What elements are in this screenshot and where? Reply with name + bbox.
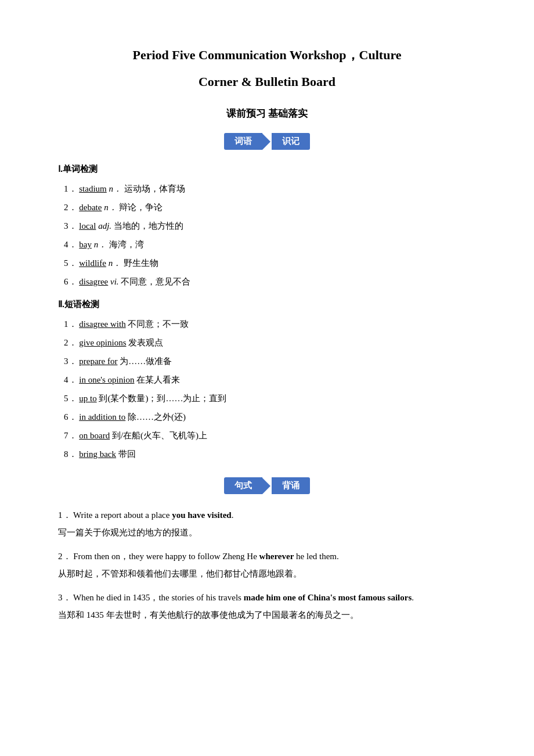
- cn-debate: 辩论，争论: [119, 203, 163, 212]
- sentence-num-3: 3．: [58, 593, 71, 602]
- sentence-bold-2: wherever: [259, 552, 294, 561]
- list-item: 7． on board 到/在船(火车、飞机等)上: [64, 429, 476, 442]
- sentence-cn-1: 写一篇关于你观光过的地方的报道。: [58, 525, 476, 541]
- sentence-text-3a: When he died in 1435，the stories of his …: [73, 593, 244, 602]
- badge-arrow: [262, 134, 270, 150]
- sentence-item-2: 2． From then on，they were happy to follo…: [58, 549, 476, 581]
- list-item: 5． wildlife n． 野生生物: [64, 256, 476, 270]
- list-item: 6． in addition to 除……之外(还): [64, 410, 476, 424]
- word-local: local: [79, 221, 96, 231]
- phrase-in-addition-to: in addition to: [79, 412, 125, 422]
- pos-debate: n．: [104, 203, 117, 212]
- sentence-en-3: 3． When he died in 1435，the stories of h…: [58, 591, 476, 606]
- item-num: 4．: [64, 375, 77, 384]
- sentence-num-2: 2．: [58, 552, 71, 561]
- sentence-item-1: 1． Write a report about a place you have…: [58, 508, 476, 540]
- list-item: 1． disagree with 不同意；不一致: [64, 317, 476, 331]
- cn-phrase-1: 不同意；不一致: [128, 319, 189, 329]
- pos-stadium: n．: [109, 184, 122, 193]
- sentence-cn-2: 从那时起，不管郑和领着他们去哪里，他们都甘心情愿地跟着。: [58, 567, 476, 582]
- item-num: 4．: [64, 240, 77, 249]
- sub-title: Corner & Bulletin Board: [58, 74, 476, 89]
- cn-phrase-7: 到/在船(火车、飞机等)上: [112, 431, 207, 440]
- main-title: Period Five Communication Workshop，Cultu…: [58, 46, 476, 64]
- list-item: 8． bring back 带回: [64, 447, 476, 461]
- cn-bay: 海湾，湾: [109, 240, 144, 249]
- badge-right-beisong: 背诵: [272, 477, 310, 494]
- item-num: 5．: [64, 258, 77, 268]
- roman-section-2: Ⅱ.短语检测 1． disagree with 不同意；不一致 2． give …: [58, 299, 476, 461]
- roman1-label: Ⅰ.单词检测: [58, 164, 476, 175]
- word-wildlife: wildlife: [79, 258, 106, 268]
- item-num: 7．: [64, 431, 77, 440]
- list-item: 3． local adj. 当地的，地方性的: [64, 219, 476, 233]
- list-item: 2． debate n． 辩论，争论: [64, 200, 476, 214]
- sentence-bold-1: you have visited: [172, 510, 232, 520]
- cn-phrase-4: 在某人看来: [136, 375, 180, 384]
- list-item: 4． in one's opinion 在某人看来: [64, 373, 476, 387]
- list-item: 1． stadium n． 运动场，体育场: [64, 182, 476, 196]
- sentence-bold-3: made him one of China's most famous sail…: [244, 593, 412, 602]
- pos-bay: n．: [94, 240, 107, 249]
- sentence-text-2a: From then on，they were happy to follow Z…: [73, 552, 259, 561]
- item-num: 6．: [64, 412, 77, 422]
- sentence-list: 1． Write a report about a place you have…: [58, 508, 476, 622]
- item-num: 5．: [64, 394, 77, 403]
- item-num: 2．: [64, 203, 77, 212]
- phrase-on-board: on board: [79, 431, 110, 440]
- list-item: 5． up to 到(某个数量)；到……为止；直到: [64, 391, 476, 405]
- list-item: 6． disagree vi. 不同意，意见不合: [64, 275, 476, 289]
- list-item: 3． prepare for 为……做准备: [64, 354, 476, 368]
- badge-arrow2: [262, 478, 270, 494]
- item-num: 8．: [64, 449, 77, 459]
- cn-phrase-8: 带回: [118, 449, 136, 459]
- list-item: 4． bay n． 海湾，湾: [64, 237, 476, 251]
- badge-ciyujiji: 词语 识记: [58, 133, 476, 150]
- vocab-list: 1． stadium n． 运动场，体育场 2． debate n． 辩论，争论…: [58, 182, 476, 289]
- sentence-cn-3: 当郑和 1435 年去世时，有关他航行的故事使他成为了中国最著名的海员之一。: [58, 608, 476, 623]
- phrase-disagree-with: disagree with: [79, 319, 125, 329]
- sentence-num-1: 1．: [58, 510, 71, 520]
- item-num: 1．: [64, 184, 77, 193]
- roman2-label: Ⅱ.短语检测: [58, 299, 476, 310]
- word-bay: bay: [79, 240, 92, 249]
- sentence-end-3: .: [412, 593, 414, 602]
- phrase-prepare-for: prepare for: [79, 357, 117, 366]
- cn-phrase-3: 为……做准备: [120, 357, 172, 366]
- cn-stadium: 运动场，体育场: [124, 184, 185, 193]
- badge-left-ciyujiji: 词语: [224, 133, 262, 150]
- sentence-text-2b: he led them.: [294, 552, 338, 561]
- pos-disagree: vi.: [110, 277, 119, 286]
- sentence-en-2: 2． From then on，they were happy to follo…: [58, 549, 476, 564]
- section-header: 课前预习 基础落实: [58, 107, 476, 120]
- phrase-bring-back: bring back: [79, 449, 116, 459]
- cn-disagree: 不同意，意见不合: [121, 277, 190, 286]
- item-num: 3．: [64, 221, 77, 231]
- cn-wildlife: 野生生物: [124, 258, 158, 268]
- sentence-en-1: 1． Write a report about a place you have…: [58, 508, 476, 523]
- page-container: Period Five Communication Workshop，Cultu…: [58, 46, 476, 622]
- pos-wildlife: n．: [109, 258, 122, 268]
- cn-phrase-5: 到(某个数量)；到……为止；直到: [99, 394, 226, 403]
- cn-local: 当地的，地方性的: [114, 221, 183, 231]
- word-stadium: stadium: [79, 184, 107, 193]
- roman-section-1: Ⅰ.单词检测 1． stadium n． 运动场，体育场 2． debate n…: [58, 164, 476, 289]
- badge-right-shiji: 识记: [272, 133, 310, 150]
- badge-jushibeisong: 句式 背诵: [58, 477, 476, 494]
- phrase-up-to: up to: [79, 394, 96, 403]
- list-item: 2． give opinions 发表观点: [64, 336, 476, 350]
- word-debate: debate: [79, 203, 102, 212]
- pos-local: adj.: [98, 221, 111, 231]
- item-num: 3．: [64, 357, 77, 366]
- phrase-in-ones-opinion: in one's opinion: [79, 375, 134, 384]
- sentence-item-3: 3． When he died in 1435，the stories of h…: [58, 591, 476, 622]
- badge-left-jushi: 句式: [224, 477, 262, 494]
- sentence-text-1a: Write a report about a place: [73, 510, 172, 520]
- item-num: 6．: [64, 277, 77, 286]
- phrase-list: 1． disagree with 不同意；不一致 2． give opinion…: [58, 317, 476, 461]
- phrase-give-opinions: give opinions: [79, 338, 126, 347]
- sentence-end-1: .: [232, 510, 234, 520]
- cn-phrase-2: 发表观点: [128, 338, 163, 347]
- cn-phrase-6: 除……之外(还): [128, 412, 186, 422]
- word-disagree: disagree: [79, 277, 108, 286]
